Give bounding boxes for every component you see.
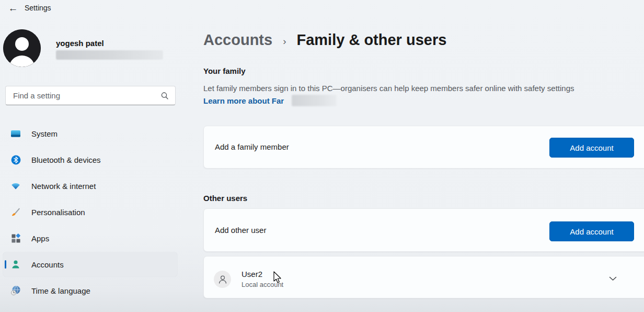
user-avatar: [3, 29, 41, 67]
your-family-description: Let family members sign in to this PC—or…: [203, 84, 637, 93]
add-family-member-label: Add a family member: [215, 142, 289, 151]
breadcrumb-accounts[interactable]: Accounts: [203, 31, 272, 49]
add-other-user-label: Add other user: [215, 226, 266, 235]
sidebar-item-time-language[interactable]: Time & language: [3, 278, 177, 303]
system-icon: [10, 128, 21, 139]
back-button[interactable]: ←: [5, 1, 21, 16]
sidebar-item-label: Apps: [31, 234, 49, 243]
maximize-button[interactable]: [604, 0, 628, 16]
add-family-account-button[interactable]: Add account: [549, 138, 634, 158]
sidebar-item-label: Network & internet: [31, 182, 96, 191]
sidebar-item-system[interactable]: System: [3, 121, 177, 146]
add-family-member-row: Add a family member Add account: [203, 126, 644, 169]
person-silhouette-icon: [3, 29, 41, 67]
settings-window: ← Settings ✕ yogesh patel System: [0, 0, 644, 312]
chevron-down-icon[interactable]: [609, 274, 617, 283]
link-text-redacted: [292, 95, 337, 106]
sidebar-item-bluetooth[interactable]: Bluetooth & devices: [3, 148, 177, 172]
sidebar-item-apps[interactable]: Apps: [3, 226, 177, 250]
user2-name: User2: [242, 270, 262, 278]
network-icon: [10, 181, 21, 191]
search-box[interactable]: [5, 86, 176, 105]
sidebar-item-personalisation[interactable]: Personalisation: [3, 200, 177, 224]
selected-indicator: [5, 260, 6, 269]
user2-account-row[interactable]: User2 Local account: [203, 256, 644, 298]
learn-more-link[interactable]: Learn more about Far: [203, 96, 284, 105]
person-outline-icon: [217, 274, 228, 285]
sidebar-item-label: Time & language: [31, 286, 90, 295]
personalisation-icon: [10, 207, 21, 217]
accounts-icon: [10, 259, 21, 270]
sidebar-item-label: Bluetooth & devices: [31, 155, 101, 164]
profile-name: yogesh patel: [56, 39, 104, 48]
breadcrumb-separator: ›: [283, 34, 286, 47]
sidebar-item-network[interactable]: Network & internet: [3, 174, 177, 198]
user2-avatar: [214, 271, 231, 288]
search-icon: [160, 92, 169, 100]
back-icon: ←: [8, 3, 18, 14]
search-input[interactable]: [13, 91, 160, 100]
sidebar-item-label: Personalisation: [31, 208, 85, 217]
other-users-heading: Other users: [203, 194, 247, 203]
minimize-button[interactable]: [573, 0, 597, 16]
time-language-icon: [10, 285, 21, 296]
bluetooth-icon: [10, 154, 21, 165]
mouse-cursor: [273, 271, 283, 287]
sidebar-item-label: Accounts: [31, 260, 64, 269]
close-button[interactable]: ✕: [634, 0, 644, 16]
sidebar-item-label: System: [31, 129, 58, 138]
profile-email-redacted: [56, 50, 163, 60]
page-title: Family & other users: [296, 31, 446, 49]
app-title: Settings: [25, 4, 51, 12]
add-other-account-button[interactable]: Add account: [549, 221, 634, 241]
sidebar-item-accounts[interactable]: Accounts: [3, 252, 177, 276]
your-family-heading: Your family: [203, 66, 246, 75]
add-other-user-row: Add other user Add account: [203, 208, 644, 252]
breadcrumb: Accounts › Family & other users: [203, 31, 446, 49]
apps-icon: [10, 233, 21, 243]
